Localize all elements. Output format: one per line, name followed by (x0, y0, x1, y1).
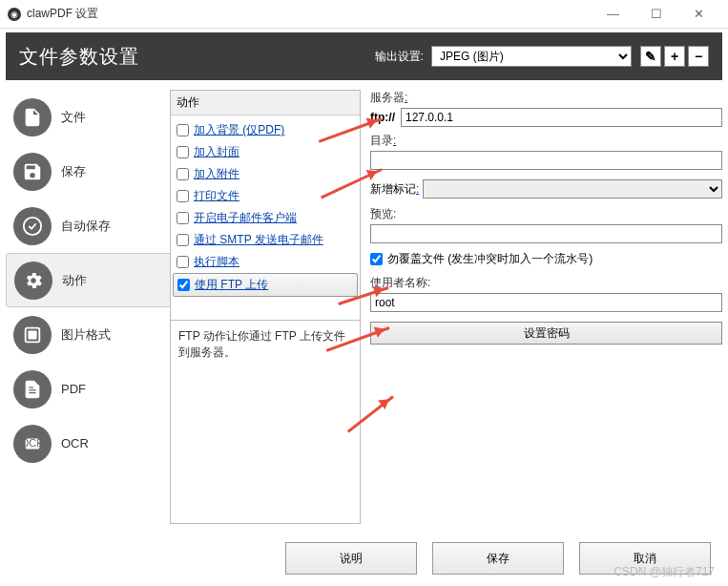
action-label[interactable]: 加入封面 (194, 144, 239, 160)
window-titlebar: ◉ clawPDF 设置 — ☐ ✕ (0, 0, 728, 29)
sidebar-item-pdf[interactable]: PDF (6, 362, 170, 416)
minimize-button[interactable]: — (592, 1, 634, 28)
overwrite-checkbox[interactable] (370, 253, 383, 265)
action-checkbox[interactable] (177, 234, 189, 246)
ocr-icon: OCR (13, 425, 52, 463)
action-item[interactable]: 通过 SMTP 发送电子邮件 (173, 229, 358, 251)
window-title: clawPDF 设置 (27, 6, 592, 22)
action-label[interactable]: 加入背景 (仅PDF) (194, 122, 284, 138)
edit-button[interactable]: ✎ (640, 46, 661, 67)
server-label: 服务器: (370, 90, 722, 106)
action-item[interactable]: 执行脚本 (173, 251, 358, 273)
action-checkbox[interactable] (177, 256, 189, 268)
action-label[interactable]: 执行脚本 (194, 254, 239, 270)
overwrite-label: 勿覆盖文件 (发生冲突时加入一个流水号) (387, 251, 593, 267)
action-label[interactable]: 开启电子邮件客户端 (194, 210, 297, 226)
gear-icon (14, 262, 52, 300)
ftp-prefix: ftp:// (370, 111, 395, 124)
username-label: 使用者名称: (370, 275, 722, 291)
actions-header: 动作 (171, 91, 360, 115)
action-checkbox[interactable] (177, 168, 189, 180)
directory-label: 目录: (370, 133, 722, 149)
action-checkbox[interactable] (177, 146, 189, 158)
sidebar-nav: 文件 保存 自动保存 动作 图片格式 PDF OCR OCR (6, 90, 170, 524)
action-checkbox[interactable] (177, 124, 189, 136)
action-item[interactable]: 打印文件 (173, 185, 358, 207)
save-icon (13, 153, 52, 191)
sidebar-item-label: OCR (61, 436, 89, 450)
username-input[interactable] (370, 293, 722, 312)
help-button[interactable]: 说明 (285, 542, 417, 575)
sidebar-item-file[interactable]: 文件 (6, 90, 170, 144)
ftp-settings: 服务器: ftp:// 目录: 新增标记: 预览: 勿覆盖文件 (发生冲突时加入… (370, 90, 722, 524)
image-icon (13, 316, 52, 354)
server-input[interactable] (401, 108, 722, 127)
action-description: FTP 动作让你通过 FTP 上传文件到服务器。 (171, 320, 360, 444)
action-label[interactable]: 打印文件 (194, 188, 239, 204)
sidebar-item-label: 文件 (61, 109, 86, 126)
file-icon (13, 98, 52, 136)
output-label: 输出设置: (375, 49, 424, 65)
header-bar: 文件参数设置 输出设置: JPEG (图片) ✎ + − (6, 32, 722, 80)
svg-point-0 (24, 217, 41, 234)
sidebar-item-actions[interactable]: 动作 (6, 253, 170, 307)
sidebar-item-autosave[interactable]: 自动保存 (6, 199, 170, 253)
action-checkbox[interactable] (177, 279, 190, 291)
app-icon: ◉ (8, 8, 21, 21)
sidebar-item-label: PDF (61, 382, 86, 396)
cancel-button[interactable]: 取消 (579, 542, 711, 575)
remove-button[interactable]: − (688, 46, 709, 67)
preview-label: 预览: (370, 206, 722, 222)
action-checkbox[interactable] (177, 190, 189, 202)
dialog-footer: 说明 保存 取消 (285, 542, 711, 575)
output-format-select[interactable]: JPEG (图片) (431, 46, 632, 67)
pdf-icon (13, 370, 52, 408)
sidebar-item-label: 图片格式 (61, 326, 111, 344)
action-item[interactable]: 使用 FTP 上传 (173, 273, 358, 297)
svg-rect-2 (28, 330, 36, 339)
sidebar-item-label: 自动保存 (61, 218, 111, 235)
directory-input[interactable] (370, 151, 722, 170)
preview-input[interactable] (370, 224, 722, 243)
action-item[interactable]: 加入封面 (173, 141, 358, 163)
close-button[interactable]: ✕ (677, 1, 720, 28)
new-tag-select[interactable] (423, 179, 722, 199)
set-password-button[interactable]: 设置密码 (370, 322, 722, 345)
sidebar-item-ocr[interactable]: OCR OCR (6, 416, 170, 471)
sidebar-item-label: 保存 (61, 163, 86, 180)
svg-text:OCR: OCR (22, 436, 43, 448)
maximize-button[interactable]: ☐ (634, 1, 677, 28)
action-item[interactable]: 加入背景 (仅PDF) (173, 119, 358, 141)
autosave-icon (13, 207, 52, 245)
save-button[interactable]: 保存 (432, 542, 564, 575)
action-checkbox[interactable] (177, 212, 189, 224)
action-label[interactable]: 加入附件 (194, 166, 239, 182)
header-title: 文件参数设置 (19, 44, 375, 70)
action-item[interactable]: 开启电子邮件客户端 (173, 207, 358, 229)
action-label[interactable]: 通过 SMTP 发送电子邮件 (194, 232, 323, 248)
action-label[interactable]: 使用 FTP 上传 (195, 277, 268, 293)
new-tag-label: 新增标记: (370, 181, 419, 198)
actions-panel: 动作 加入背景 (仅PDF)加入封面加入附件打印文件开启电子邮件客户端通过 SM… (170, 90, 361, 524)
add-button[interactable]: + (664, 46, 685, 67)
action-item[interactable]: 加入附件 (173, 163, 358, 185)
sidebar-item-imageformat[interactable]: 图片格式 (6, 307, 170, 362)
sidebar-item-label: 动作 (62, 272, 87, 289)
sidebar-item-save[interactable]: 保存 (6, 144, 170, 199)
